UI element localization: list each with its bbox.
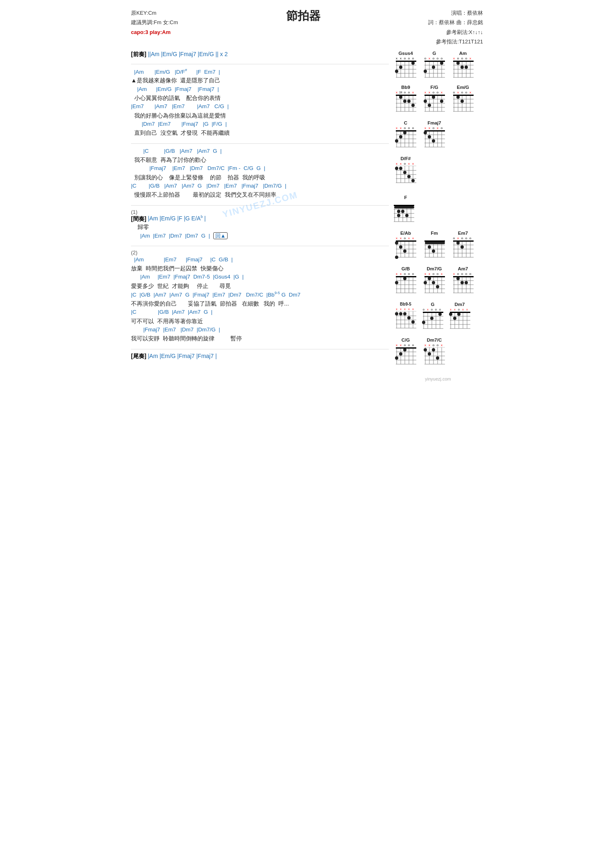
svg-point-174 [411,179,415,182]
svg-text:x: x [437,126,438,130]
strum-pattern: 參考刷法:X↑↓↑↓ [428,27,483,37]
chord-fm: Fm [422,231,447,261]
svg-rect-265 [424,276,445,277]
svg-rect-229 [453,240,474,242]
svg-text:o: o [439,308,441,311]
chord-row-2: Bb9 x 1fr o o x x [393,85,483,116]
svg-point-257 [403,277,406,280]
lyric-line: 小心翼翼你的語氣 配合你的表情 [131,93,389,102]
fingering-pattern: 參考指法:T121T121 [428,37,483,46]
chord-line: |C |G/B |Am7 |Am7 G |Dm7 |Em7 |Fmaj7 |Dm… [131,182,389,190]
chord-dm7c: Dm7/C x x o o x x [422,338,447,368]
song-content: [前奏] ||Am |Em/G |Fmaj7 |Em/G || x 2 |Am … [131,51,389,381]
svg-point-113 [456,95,460,99]
chord-diagram-svg: x x x x x [395,307,416,332]
svg-text:o: o [433,91,435,94]
svg-point-295 [456,277,460,280]
svg-point-16 [399,66,402,69]
svg-point-151 [428,135,431,138]
svg-text:o: o [441,126,443,130]
svg-text:o: o [408,126,410,130]
svg-text:x: x [396,91,397,94]
svg-text:1fr: 1fr [399,91,403,94]
svg-text:x: x [429,272,430,276]
chord-diagram-svg: o x o o o [422,307,443,333]
chord-diagram-svg: x x o o x x [424,90,445,116]
outro-section: [尾奏] |Am |Em/G |Fmaj7 |Fmaj7 | [131,353,389,360]
chord-line: |Dm7 |Em7 |Fmaj7 |G |F/G | [131,120,389,128]
chord-line: |Em7 |Am7 |Em7 |Am7 C/G | [131,102,389,111]
lyric-line: 愛要多少 世紀 才能夠 停止 尋覓 [131,281,389,290]
outro-label: [尾奏] [131,353,146,359]
svg-text:o: o [412,343,414,347]
svg-text:o: o [404,236,406,240]
chord-diagrams: Gsus4 x x o o o x [393,51,483,381]
chord-diagram-svg: x x o x x x [395,161,416,190]
interlude1-line: [間奏] |Am |Em/G |F |G E/Ab | [131,215,389,223]
chord-am7: Am7 x o o o o o [450,266,476,297]
lyric-line: 我不願意 再為了討你的歡心 [131,155,389,164]
lyric-line: 別讓我的心 像是上緊發條 的節 拍器 我的呼吸 [131,173,389,182]
interlude-chords: |Am |Em/G |F |G E/Ab | [148,215,205,222]
chord-gb: G/B x x o o o o [393,266,418,297]
svg-point-173 [407,175,411,178]
svg-text:x: x [400,57,402,60]
svg-point-372 [399,352,402,356]
svg-text:x: x [412,91,414,94]
intro-section: [前奏] ||Am |Em/G |Fmaj7 |Em/G || x 2 [131,51,389,58]
svg-rect-342 [450,312,470,313]
chord-line: |C |G/B |Am7 |Am7 G | [131,308,389,316]
svg-point-56 [465,66,468,69]
chord-dfs: D/F# x x o x x x [393,156,418,190]
svg-point-93 [432,95,435,99]
svg-text:o: o [437,272,439,276]
lyric-line: 歸零 [131,222,389,231]
chord-g2: G o x o o o [420,302,445,333]
interlude1-section: (1) [間奏] |Am |Em/G |F |G E/Ab | 歸零 |Am |… [131,209,389,240]
capo-info: capo:3 play:Am [131,27,178,37]
svg-rect-247 [396,276,416,277]
svg-text:o: o [457,272,459,276]
svg-point-17 [411,61,415,65]
svg-text:o: o [470,236,472,240]
svg-text:o: o [470,272,472,276]
svg-text:o: o [408,343,410,347]
chorus-section: |C |G/B |Am7 |Am7 G | 我不願意 再為了討你的歡心 |Fma… [131,147,389,199]
site-label: yinyuezj.com [393,376,483,381]
svg-text:x: x [429,57,430,60]
svg-text:o: o [408,91,410,94]
svg-text:o: o [424,57,427,60]
svg-point-317 [407,316,411,320]
chord-line: |Fmaj7 |Em7 |Dm7 Dm7/C |Fm - C/G G | [131,164,389,172]
svg-point-114 [460,100,464,103]
verse1-section: |Am |Em/G |D/F# |F Em7 | ▲是我越來越像你 還是隱形了自… [131,68,389,138]
chord-c: C x x o o o x [393,120,418,151]
svg-point-222 [432,249,435,253]
svg-text:o: o [404,343,406,347]
svg-text:x: x [450,308,451,311]
svg-text:o: o [433,272,435,276]
lyricist: 詞：蔡依林 曲：薛忠銘 [428,18,483,27]
chord-fg: F/G x x o o x x [422,85,447,116]
svg-text:x: x [396,343,397,347]
svg-text:o: o [461,91,463,94]
svg-text:x: x [412,308,414,310]
main-layout: [前奏] ||Am |Em/G |Fmaj7 |Em/G || x 2 |Am … [131,51,483,381]
svg-rect-196 [396,240,416,242]
lyric-line: 放棄 時間把我們一起囚禁 快樂傷心 [131,264,389,273]
svg-text:x: x [396,57,397,60]
svg-rect-361 [396,347,416,349]
svg-text:x: x [396,236,397,240]
svg-text:x: x [400,272,402,276]
svg-point-187 [401,210,404,213]
svg-text:x: x [427,308,429,311]
chord-cg: C/G x x o o o x [393,338,418,368]
lyric-line: 慢慢跟不上節拍器 最初的設定 我們交叉在不同頻率 [131,190,389,199]
svg-point-394 [436,356,439,360]
svg-point-240 [460,245,464,249]
svg-text:x: x [412,162,414,165]
svg-point-36 [432,66,435,69]
svg-point-393 [432,348,435,351]
svg-point-131 [403,131,406,134]
svg-rect-44 [453,61,474,62]
